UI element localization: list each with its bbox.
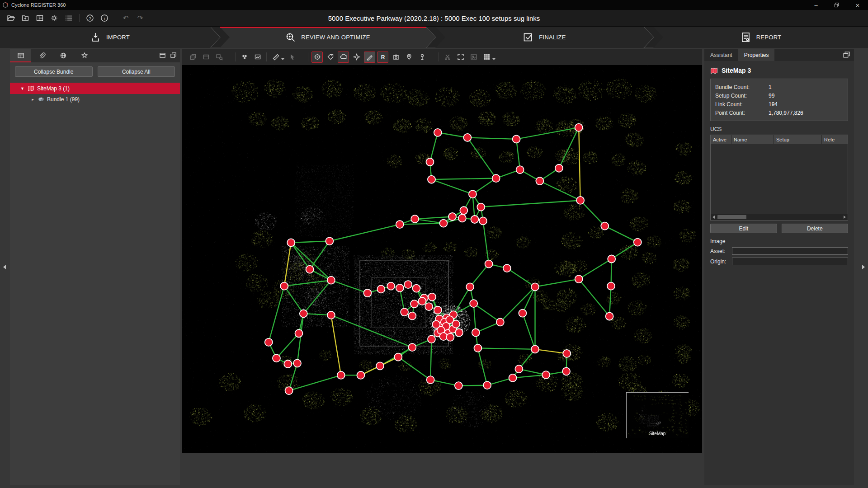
setup-node[interactable] [295,329,302,337]
setup-node[interactable] [287,239,295,246]
measure-tool-button[interactable] [270,52,281,63]
setup-link-line[interactable] [398,357,430,380]
sitemap-image-button[interactable] [252,52,263,63]
setup-link-line[interactable] [331,315,412,347]
setup-node[interactable] [376,362,384,370]
setup-node[interactable] [425,303,433,310]
setup-link-line[interactable] [289,375,341,390]
setup-node[interactable] [452,320,460,328]
setup-link-line[interactable] [535,279,579,287]
pick-tool-button[interactable] [286,52,297,63]
setup-node[interactable] [460,206,467,214]
setup-node[interactable] [337,371,345,379]
quality-toggle[interactable] [351,52,362,63]
setup-link-line[interactable] [330,225,400,241]
setup-link-line[interactable] [310,241,330,270]
collapse-left-panel-arrow[interactable] [1,263,8,271]
setup-node[interactable] [327,311,335,319]
tab-review-and-optimize[interactable]: REVIEW AND OPTIMIZE [220,27,435,48]
setup-link-line[interactable] [297,314,304,363]
setup-link-line[interactable] [400,223,443,225]
scroll-right-arrow[interactable] [842,214,848,220]
setup-node[interactable] [273,354,280,362]
zoom-window-button[interactable] [213,52,225,63]
settings-button[interactable] [49,13,59,23]
break-link-button[interactable] [442,52,453,63]
setup-link-line[interactable] [513,375,546,378]
setup-node[interactable] [410,300,418,308]
setup-node[interactable] [469,190,476,198]
cloud-visibility-toggle[interactable] [338,52,349,63]
tab-attachments[interactable] [31,49,52,62]
setup-link-line[interactable] [431,179,472,194]
ucs-column-name[interactable]: Name [731,135,774,144]
setup-node[interactable] [601,222,609,230]
setup-link-line[interactable] [431,178,496,180]
setup-link-line[interactable] [500,287,535,322]
setup-pin-toggle[interactable] [416,52,428,63]
setup-link-line[interactable] [483,221,489,264]
setup-link-line[interactable] [269,286,284,342]
setup-node[interactable] [509,374,517,382]
setup-node[interactable] [575,124,583,131]
setup-link-line[interactable] [291,241,330,243]
scrollbar-thumb[interactable] [717,215,746,219]
thumbnails-button[interactable] [468,52,479,63]
setup-node[interactable] [377,285,385,293]
tab-report[interactable]: REPORT [653,27,868,48]
images-toggle[interactable] [390,52,401,63]
expand-right-panel-arrow[interactable] [860,263,867,271]
setup-node[interactable] [531,283,539,291]
tab-properties[interactable]: Properties [738,49,775,61]
setup-node[interactable] [387,282,395,290]
setup-node[interactable] [513,135,520,143]
import-project-button[interactable] [20,13,30,23]
setup-node[interactable] [608,255,615,263]
tree-item-sitemap[interactable]: ▼ SiteMap 3 (1) [10,83,180,94]
setup-link-line[interactable] [579,259,612,279]
setup-node[interactable] [536,177,543,185]
setup-node[interactable] [300,310,307,317]
tree-item-bundle[interactable]: ▸ Bundle 1 (99) [10,94,180,104]
setup-link-line[interactable] [478,348,487,385]
setup-node[interactable] [492,174,500,182]
info-button[interactable]: i [99,13,109,23]
dropdown-caret-icon[interactable] [281,58,284,61]
setup-node[interactable] [470,300,477,307]
setup-node[interactable] [519,310,526,317]
setup-link-line[interactable] [605,226,638,242]
setup-node[interactable] [413,285,420,292]
setup-node[interactable] [396,284,404,292]
setup-node[interactable] [428,335,435,343]
setup-link-line[interactable] [415,219,443,223]
setup-link-line[interactable] [523,313,535,349]
ucs-table-body[interactable] [711,144,848,214]
setup-node[interactable] [265,338,273,346]
setup-link-line[interactable] [284,286,304,314]
labels-toggle[interactable] [325,52,336,63]
setup-node[interactable] [326,237,333,245]
setup-node[interactable] [531,345,539,353]
setup-node[interactable] [455,382,462,389]
setup-node[interactable] [474,344,481,352]
collapse-bundle-button[interactable]: Collapse Bundle [15,66,93,77]
setup-link-line[interactable] [540,181,580,201]
setup-link-line[interactable] [559,127,579,168]
auto-link-toggle[interactable]: R [377,52,388,63]
tab-sitemaps-tree[interactable] [10,49,31,62]
setup-node[interactable] [485,260,493,268]
setup-node[interactable] [428,293,436,301]
setup-node[interactable] [306,266,314,273]
setup-link-line[interactable] [481,200,580,207]
setup-link-line[interactable] [331,280,368,293]
setup-link-line[interactable] [467,137,516,139]
setup-node[interactable] [427,376,434,384]
sitemap-viewport[interactable]: SiteMap [182,65,702,453]
tab-assistant[interactable]: Assistant [704,49,738,61]
setup-node[interactable] [542,371,550,379]
setup-node[interactable] [483,381,491,389]
open-project-button[interactable] [6,13,16,23]
draw-link-toggle[interactable] [364,52,375,63]
minimize-button[interactable]: – [806,0,826,10]
setup-node[interactable] [428,176,435,183]
